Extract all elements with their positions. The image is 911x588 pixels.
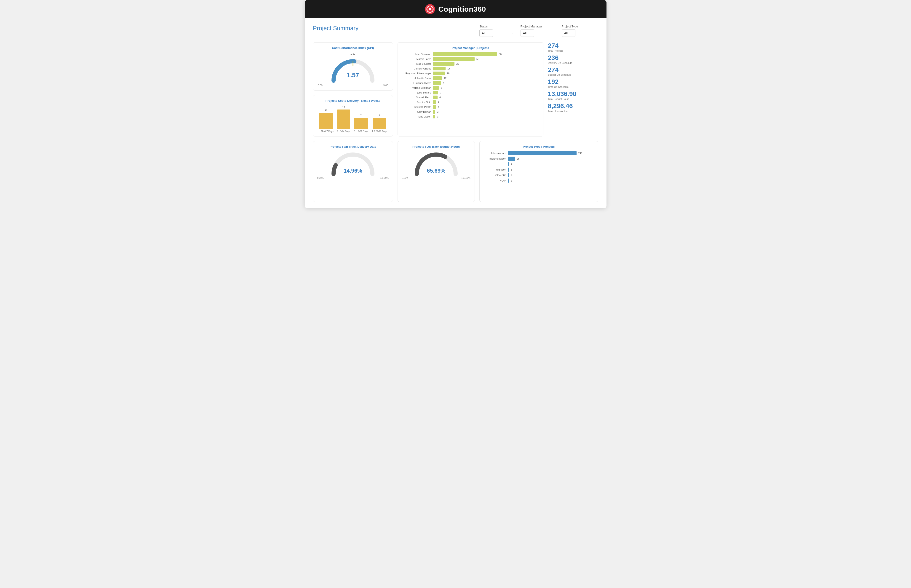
pm-bar-label: Lisabeth Pilotte bbox=[401, 106, 431, 108]
pm-filter-label: Project Manager bbox=[520, 25, 557, 28]
filters: Status All Project Manager All bbox=[480, 25, 598, 37]
pt-bar-row: Infrastructure 241 bbox=[483, 151, 594, 155]
pm-bar-row: Mac Shugars 29 bbox=[401, 62, 538, 66]
pm-bar-row: Lisabeth Pilotte 4 bbox=[401, 105, 538, 109]
pm-bar-list: Irish Dearmon 86 Marcie Farve 56 Mac Shu… bbox=[401, 52, 539, 118]
pm-bar-row: Johnetta Sainz 12 bbox=[401, 76, 538, 80]
pm-bar-value: 3 bbox=[437, 110, 438, 113]
cpi-max: 3.00 bbox=[383, 84, 388, 87]
pm-bar-fill bbox=[433, 91, 438, 94]
pt-bar-label: Implementation bbox=[483, 157, 506, 160]
cpi-gauge-svg bbox=[330, 58, 376, 83]
type-filter-group: Project Type All bbox=[562, 25, 598, 37]
pt-bar-fill bbox=[508, 162, 509, 166]
stat-label: Time On Schedule bbox=[548, 86, 598, 88]
on-track-budget-gauge: 65.69% bbox=[414, 151, 459, 176]
pt-bar-label: VOIP bbox=[483, 179, 506, 182]
pm-bar-row: Shanell Fazzi 6 bbox=[401, 95, 538, 99]
pm-bar-value: 3 bbox=[437, 115, 438, 118]
bar-x-label: 1. Next 7 Days bbox=[319, 130, 334, 132]
on-track-budget-labels: 0.00% 100.00% bbox=[401, 177, 471, 179]
pm-bar-fill bbox=[433, 67, 446, 70]
pt-bar-fill bbox=[508, 151, 577, 155]
app-container: Cognition360 Project Summary Status All … bbox=[305, 0, 606, 208]
cognition360-logo-icon bbox=[425, 4, 435, 14]
bar-x-label: 4.3 22-28 Days bbox=[372, 130, 387, 132]
pm-card: Project Manager | Projects Irish Dearmon… bbox=[397, 42, 543, 136]
pt-bar-label: Infrastructure bbox=[483, 152, 506, 155]
pm-bar-value: 7 bbox=[440, 91, 441, 94]
delivery-max: 100.00% bbox=[380, 177, 388, 179]
pt-bar-row: VOIP 1 bbox=[483, 179, 594, 183]
bar-x-label: 2. 8-14 Days bbox=[337, 130, 350, 132]
pt-bar-value: 4 bbox=[511, 163, 512, 165]
pm-bar-row: Irish Dearmon 86 bbox=[401, 52, 538, 56]
pm-bar-value: 17 bbox=[447, 67, 450, 70]
pm-bar-row: Marcie Farve 56 bbox=[401, 57, 538, 61]
top-row: Project Summary Status All Project Manag… bbox=[313, 25, 598, 37]
delivery-bar-fill bbox=[337, 110, 350, 129]
stat-item: 274 Total Projects bbox=[548, 42, 598, 52]
stat-label: Budget On Schedule bbox=[548, 73, 598, 76]
pt-bar-value: 241 bbox=[578, 152, 583, 155]
stat-item: 236 Delivery On Schedule bbox=[548, 55, 598, 64]
pm-bar-value: 6 bbox=[439, 96, 441, 99]
bar-value-label: 10 bbox=[325, 109, 327, 112]
stat-value: 13,036.90 bbox=[548, 90, 598, 98]
stat-label: Delivery On Schedule bbox=[548, 61, 598, 64]
pm-filter-select[interactable]: All bbox=[520, 29, 534, 37]
pm-bar-fill bbox=[433, 86, 439, 90]
pm-bar-value: 29 bbox=[456, 62, 459, 65]
status-filter-group: Status All bbox=[480, 25, 516, 37]
pt-bar-row: Migration 2 bbox=[483, 168, 594, 172]
pm-bar-label: James Vansice bbox=[401, 67, 431, 70]
on-track-delivery-value: 14.96% bbox=[344, 168, 362, 174]
pt-bar-list: Infrastructure 241 Implementation 25 4 M… bbox=[483, 151, 594, 183]
pt-bar-value: 1 bbox=[511, 174, 512, 176]
app-title: Cognition360 bbox=[438, 5, 486, 13]
project-type-card: Project Type | Projects Infrastructure 2… bbox=[480, 141, 598, 202]
on-track-delivery-title: Projects | On Track Delivery Date bbox=[317, 145, 389, 149]
project-type-title: Project Type | Projects bbox=[483, 145, 594, 149]
dashboard-grid: Cost Performance Index (CPI) 1.50 1.57 bbox=[313, 42, 598, 202]
pm-bar-value: 16 bbox=[447, 72, 449, 75]
pm-bar-fill bbox=[433, 57, 475, 61]
svg-point-2 bbox=[429, 8, 431, 10]
status-filter-wrapper: All bbox=[480, 29, 516, 37]
cpi-marker: 1.50 bbox=[317, 52, 389, 55]
bar-x-label: 3. 15-21 Days bbox=[354, 130, 368, 132]
pt-bar-fill bbox=[508, 173, 509, 177]
pm-bar-value: 56 bbox=[476, 58, 479, 60]
stat-item: 274 Budget On Schedule bbox=[548, 66, 598, 76]
pm-bar-value: 86 bbox=[499, 53, 502, 55]
pm-bar-fill bbox=[433, 100, 436, 104]
pm-bar-fill bbox=[433, 52, 497, 56]
stat-item: 13,036.90 Total Budget Hours bbox=[548, 90, 598, 100]
pt-bar-fill bbox=[508, 179, 509, 183]
cpi-title: Cost Performance Index (CPI) bbox=[317, 46, 389, 50]
pm-bar-label: Johnetta Sainz bbox=[401, 77, 431, 79]
pm-bar-value: 8 bbox=[441, 86, 442, 89]
on-track-budget-value: 65.69% bbox=[427, 168, 445, 174]
pm-bar-label: Raymond Pitsenbarger bbox=[401, 72, 431, 75]
delivery-title: Projects Set to Delivery | Next 4 Weeks bbox=[317, 99, 389, 102]
type-filter-label: Project Type bbox=[562, 25, 598, 28]
cpi-value: 1.57 bbox=[347, 71, 359, 79]
pt-bar-row: Office365 1 bbox=[483, 173, 594, 177]
type-filter-select[interactable]: All bbox=[562, 29, 575, 37]
pm-title: Project Manager | Projects bbox=[401, 46, 539, 50]
pt-bar-row: Implementation 25 bbox=[483, 157, 594, 161]
pm-bar-fill bbox=[433, 81, 441, 85]
delivery-bar-group: 7 3. 15-21 Days bbox=[354, 114, 368, 132]
pm-bar-label: Shanell Fazzi bbox=[401, 96, 431, 99]
pm-bar-value: 11 bbox=[443, 82, 446, 84]
pm-bar-fill bbox=[433, 76, 442, 80]
stat-label: Total Budget Hours bbox=[548, 98, 598, 100]
pt-bar-fill bbox=[508, 157, 515, 161]
pm-bar-row: Lucienne Sysyn 11 bbox=[401, 81, 538, 85]
pm-bar-label: Marcie Farve bbox=[401, 58, 431, 60]
pt-bar-row: 4 bbox=[483, 162, 594, 166]
pm-bar-row: James Vansice 17 bbox=[401, 67, 538, 70]
stat-item: 8,296.46 Total Hours Actual bbox=[548, 103, 598, 113]
status-filter-select[interactable]: All bbox=[480, 29, 493, 37]
